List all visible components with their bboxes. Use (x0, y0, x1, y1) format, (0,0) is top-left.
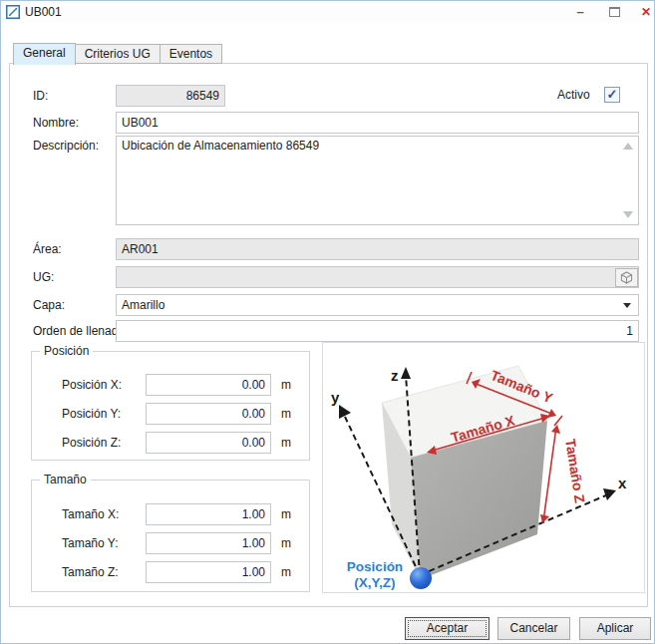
y-axis-arrowhead (339, 405, 351, 419)
ug-field (116, 266, 639, 288)
resize-arrows-icon (6, 5, 20, 19)
cancelar-button[interactable]: Cancelar (497, 617, 570, 640)
origin-label-line1: Posición (347, 559, 403, 574)
activo-checkbox[interactable]: ✓ (604, 87, 620, 103)
posicion-x-label: Posición X: (62, 374, 122, 396)
posicion-group-title: Posición (40, 344, 93, 358)
posicion-z-unit: m (281, 432, 291, 454)
descripcion-textarea[interactable]: Ubicación de Almacenamiento 86549 (116, 136, 639, 225)
posicion-z-label: Posición Z: (62, 432, 121, 454)
orden-label: Orden de llenado: (33, 320, 128, 342)
tamano-z-input[interactable]: 1.00 (146, 561, 271, 583)
descripcion-label: Descripción: (33, 135, 99, 157)
capa-label: Capa: (33, 294, 65, 316)
scroll-down-icon[interactable] (623, 211, 633, 218)
tab-general[interactable]: General (13, 43, 76, 65)
aplicar-button[interactable]: Aplicar (579, 617, 651, 640)
maximize-icon (609, 7, 620, 17)
close-button[interactable]: ✕ (635, 4, 655, 21)
minimize-button[interactable]: – (569, 4, 591, 21)
posicion-y-input[interactable]: 0.00 (146, 403, 271, 425)
tamano-z-label: Tamaño Z: (62, 561, 119, 583)
maximize-button[interactable] (603, 4, 625, 21)
tab-eventos[interactable]: Eventos (161, 44, 222, 64)
ug-browse-button[interactable] (615, 268, 638, 287)
orden-input[interactable]: 1 (116, 320, 639, 342)
area-field: AR001 (116, 238, 639, 260)
posicion-y-unit: m (281, 403, 291, 425)
cube-diagram-svg: z y x Tamaño X Tamañ (323, 343, 644, 592)
x-axis-label: x (618, 475, 627, 491)
scroll-up-icon[interactable] (623, 143, 633, 150)
cube-icon (620, 271, 633, 284)
area-label: Área: (33, 238, 62, 260)
z-axis-arrowhead (401, 367, 411, 379)
y-axis-label: y (331, 389, 340, 406)
dialog-window: UB001 – ✕ General Criterios UG Eventos I… (0, 0, 655, 644)
posicion-x-input[interactable]: 0.00 (146, 374, 271, 396)
posicion-group: Posición Posición X: 0.00 m Posición Y: … (31, 351, 310, 461)
origin-sphere (410, 567, 432, 589)
ug-label: UG: (33, 266, 54, 288)
z-axis-label: z (391, 367, 399, 384)
title-bar: UB001 – ✕ (1, 1, 654, 23)
nombre-input[interactable]: UB001 (116, 112, 639, 134)
descripcion-text: Ubicación de Almacenamiento 86549 (122, 139, 319, 153)
posicion-x-unit: m (281, 374, 291, 396)
tab-criterios-ug[interactable]: Criterios UG (76, 44, 161, 64)
tamano-z-unit: m (281, 561, 291, 583)
tamano-y-label: Tamaño Y: (62, 532, 118, 554)
tamano-group: Tamaño Tamaño X: 1.00 m Tamaño Y: 1.00 m… (31, 480, 310, 592)
tamano-x-unit: m (281, 503, 291, 525)
nombre-label: Nombre: (33, 112, 79, 134)
tamano-group-title: Tamaño (40, 473, 91, 486)
dim-z-arrowhead-top (551, 425, 560, 434)
posicion-z-input[interactable]: 0.00 (146, 432, 271, 454)
tamano-y-input[interactable]: 1.00 (146, 532, 271, 554)
aceptar-button[interactable]: Aceptar (405, 617, 490, 640)
activo-label: Activo (557, 86, 590, 104)
tab-strip: General Criterios UG Eventos (13, 43, 222, 65)
window-title: UB001 (25, 5, 62, 19)
dropdown-arrow-icon[interactable] (623, 303, 631, 308)
id-label: ID: (33, 85, 48, 107)
origin-label-line2: (X,Y,Z) (354, 575, 395, 590)
tamano-x-label: Tamaño X: (62, 503, 119, 525)
tamano-x-input[interactable]: 1.00 (146, 503, 271, 525)
dim-z-tick (554, 416, 562, 426)
posicion-y-label: Posición Y: (62, 403, 121, 425)
capa-dropdown[interactable]: Amarillo (116, 294, 639, 316)
id-field: 86549 (116, 85, 225, 107)
x-axis-arrowhead (603, 488, 616, 500)
dim-z-label: Tamaño Z (562, 438, 588, 504)
tamano-y-unit: m (281, 532, 291, 554)
cube-diagram: z y x Tamaño X Tamañ (322, 342, 645, 593)
